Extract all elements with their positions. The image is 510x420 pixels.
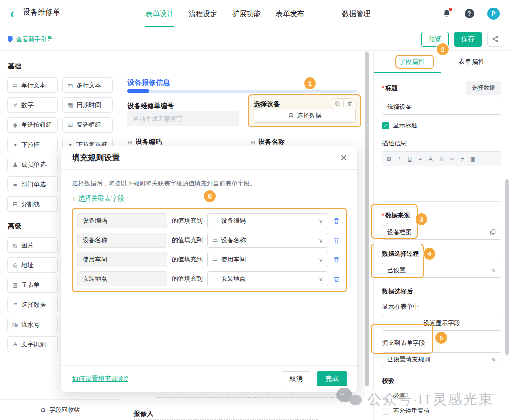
field-item-datetime[interactable]: ▦日期时间 bbox=[62, 97, 113, 113]
copy-icon[interactable] bbox=[331, 99, 343, 109]
description-textarea[interactable] bbox=[382, 166, 502, 202]
insert-image-icon[interactable]: ▣ bbox=[470, 156, 476, 162]
selection-process-value: 已设置 bbox=[387, 266, 406, 275]
field-item-label: 选择数据 bbox=[21, 301, 46, 309]
field-item-subform[interactable]: ▥子表单 bbox=[7, 277, 58, 293]
field-item-single-text[interactable]: ▭单行文本 bbox=[7, 77, 58, 93]
checkbox-checked-icon[interactable]: ✓ bbox=[382, 122, 389, 129]
linked-form-icon[interactable] bbox=[490, 229, 496, 235]
validation-label: 校验 bbox=[382, 377, 502, 385]
select-device-field-selected[interactable]: 选择设备 选择数据 bbox=[248, 94, 361, 127]
field-item-department-select[interactable]: ▣部门单选 bbox=[7, 176, 58, 192]
field-item-select-data[interactable]: ≡选择数据 bbox=[7, 297, 58, 312]
text-field-icon: ▭ bbox=[212, 237, 218, 244]
tab-flow-settings[interactable]: 流程设定 bbox=[189, 0, 217, 27]
edit-icon[interactable]: ✎ bbox=[491, 267, 496, 274]
tab-data-management[interactable]: 数据管理 bbox=[342, 0, 370, 27]
field-type-chip[interactable]: 选择数据 bbox=[466, 81, 502, 95]
field-item-label: 单行文本 bbox=[21, 81, 46, 90]
rule-source-field[interactable]: 设备名称 bbox=[77, 233, 167, 248]
fill-rules-field[interactable]: 已设置填充规则 ✎ bbox=[382, 352, 502, 367]
back-icon[interactable]: ‹ bbox=[10, 6, 14, 21]
underline-icon[interactable]: U bbox=[407, 156, 412, 162]
selection-process-field[interactable]: 已设置 ✎ bbox=[382, 263, 502, 278]
form-designer-page: ‹ 设备维修单 表单设计 流程设定 扩展功能 表单发布 | 数据管理 ? P 查… bbox=[0, 0, 510, 420]
rule-source-field[interactable]: 安装地点 bbox=[77, 271, 167, 286]
bold-icon[interactable]: B bbox=[386, 156, 391, 162]
font-color-icon[interactable]: A bbox=[428, 156, 433, 162]
field-item-serial-number[interactable]: №流水号 bbox=[7, 317, 58, 332]
form-section-title[interactable]: 设备报修信息 bbox=[128, 78, 170, 87]
help-link[interactable]: 如何设置填充规则? bbox=[72, 375, 128, 383]
department-icon: ▣ bbox=[12, 181, 18, 188]
rule-source-field[interactable]: 使用车间 bbox=[77, 252, 167, 267]
link-icon[interactable]: ∞ bbox=[450, 156, 455, 162]
checkbox-unchecked-icon[interactable] bbox=[382, 408, 389, 415]
device-code-field[interactable]: ⊖ 设备编码 bbox=[128, 138, 162, 146]
close-icon[interactable]: ✕ bbox=[340, 153, 347, 163]
field-item-ocr[interactable]: A文字识别 bbox=[7, 336, 58, 352]
field-item-address[interactable]: ◎地址 bbox=[7, 257, 58, 273]
database-icon: ≡ bbox=[12, 302, 18, 308]
ocr-icon: A bbox=[12, 341, 18, 348]
checkbox-icon: ☑ bbox=[67, 122, 74, 128]
rule-target-dropdown[interactable]: ▭设备名称∨ bbox=[207, 233, 328, 248]
tab-field-properties[interactable]: 字段属性 bbox=[382, 58, 442, 66]
data-source-field[interactable]: 设备档案 bbox=[382, 225, 502, 240]
share-icon[interactable] bbox=[487, 32, 502, 47]
italic-icon[interactable]: I bbox=[397, 156, 402, 162]
rule-target-dropdown[interactable]: ▭使用车间∨ bbox=[207, 252, 328, 267]
unlink-icon[interactable]: ≠ bbox=[460, 156, 465, 162]
align-icon[interactable]: ≡ bbox=[417, 156, 423, 162]
panel-scrollbar[interactable] bbox=[505, 179, 509, 355]
rule-target-dropdown[interactable]: ▭安装地点∨ bbox=[207, 271, 328, 286]
help-icon[interactable]: ? bbox=[465, 9, 474, 18]
delete-icon[interactable] bbox=[344, 99, 356, 109]
serial-field-input[interactable]: 自动生成无需填写 bbox=[128, 111, 239, 126]
font-size-icon[interactable]: Tт bbox=[438, 156, 444, 162]
show-title-checkbox-row[interactable]: ✓ 显示标题 bbox=[382, 121, 502, 130]
field-item-dropdown[interactable]: ▾下拉框 bbox=[7, 137, 58, 152]
form-title[interactable]: 设备维修单 bbox=[23, 8, 60, 19]
device-name-field[interactable]: ⊖ 设备名称 bbox=[250, 138, 285, 146]
canvas-scrollbar[interactable] bbox=[365, 52, 369, 386]
avatar[interactable]: P bbox=[487, 8, 500, 20]
tab-form-design[interactable]: 表单设计 bbox=[145, 0, 174, 27]
chevron-down-icon: ∨ bbox=[318, 237, 323, 244]
required-checkbox-row[interactable]: 必填 bbox=[382, 392, 502, 400]
field-item-member-select[interactable]: ♟成员单选 bbox=[7, 157, 58, 172]
title-input[interactable]: 选择设备 bbox=[382, 100, 502, 115]
checkbox-unchecked-icon[interactable] bbox=[382, 393, 389, 400]
field-recycle-bin[interactable]: ♻ 字段回收站 bbox=[0, 399, 120, 420]
set-display-fields-button[interactable]: 设置显示字段 bbox=[382, 316, 502, 331]
add-related-field-link[interactable]: + 选择关联表字段 bbox=[72, 194, 124, 203]
field-item-image[interactable]: ▨图片 bbox=[7, 237, 58, 253]
field-item-label: 成员单选 bbox=[21, 160, 46, 169]
tab-extensions[interactable]: 扩展功能 bbox=[232, 0, 261, 27]
field-item-multi-text[interactable]: ▤多行文本 bbox=[62, 77, 113, 93]
number-icon: # bbox=[12, 102, 18, 109]
delete-rule-icon[interactable] bbox=[333, 256, 341, 263]
field-item-number[interactable]: #数字 bbox=[7, 97, 58, 113]
save-button[interactable]: 保存 bbox=[454, 32, 482, 47]
modal-title: 填充规则设置 bbox=[72, 152, 120, 163]
rule-target-dropdown[interactable]: ▭设备编码∨ bbox=[207, 213, 328, 228]
field-item-label: 单选按钮组 bbox=[21, 121, 52, 129]
delete-rule-icon[interactable] bbox=[333, 276, 341, 283]
rule-source-field[interactable]: 设备编码 bbox=[77, 213, 167, 228]
field-item-divider[interactable]: ⊟分割线 bbox=[7, 196, 58, 212]
field-item-checkbox-group[interactable]: ☑复选框组 bbox=[62, 117, 113, 133]
edit-icon[interactable]: ✎ bbox=[491, 356, 496, 363]
no-duplicate-checkbox-row[interactable]: 不允许重复值 bbox=[382, 407, 502, 415]
confirm-button[interactable]: 完成 bbox=[317, 371, 347, 386]
multi-text-icon: ▤ bbox=[67, 82, 74, 89]
notification-bell-icon[interactable] bbox=[442, 8, 451, 19]
select-data-button[interactable]: 选择数据 bbox=[254, 109, 356, 123]
field-item-radio-group[interactable]: ◉单选按钮组 bbox=[7, 117, 58, 133]
tab-form-publish[interactable]: 表单发布 bbox=[276, 0, 304, 27]
cancel-button[interactable]: 取消 bbox=[281, 371, 311, 386]
delete-rule-icon[interactable] bbox=[333, 218, 341, 225]
tab-form-properties[interactable]: 表单属性 bbox=[442, 58, 502, 66]
newbie-guide-link[interactable]: 查看新手引导 bbox=[8, 35, 53, 43]
delete-rule-icon[interactable] bbox=[333, 237, 341, 244]
